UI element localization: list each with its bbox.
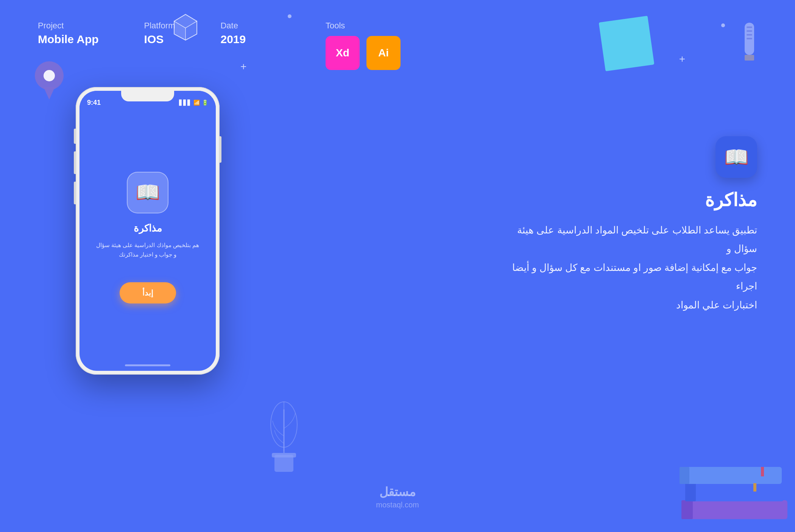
project-value: Mobile App (38, 33, 99, 46)
books-stack-decoration (674, 447, 795, 532)
svg-rect-18 (681, 500, 787, 519)
svg-rect-25 (753, 483, 756, 492)
sticky-note-decoration (599, 16, 655, 72)
header-info: Project Mobile App Platform IOS Date 201… (38, 21, 291, 46)
svg-rect-23 (680, 467, 689, 484)
signal-icon: ▋▋▋ (179, 100, 192, 106)
svg-rect-12 (745, 55, 754, 61)
svg-rect-24 (761, 467, 764, 476)
app-book-icon: 📖 (136, 181, 160, 204)
watermark-logo-text: مستقل (376, 485, 419, 499)
plus-decoration-1: + (240, 61, 246, 73)
adobe-xd-badge: Xd (326, 36, 360, 70)
svg-rect-11 (747, 38, 752, 39)
svg-marker-6 (44, 87, 55, 100)
svg-rect-21 (685, 483, 696, 501)
watermark-section: مستقل mostaql.com (376, 485, 419, 509)
phone-volume-down-button (74, 182, 76, 204)
plus-decoration-2: + (679, 53, 685, 65)
phone-volume-up-button (74, 151, 76, 174)
watermark-url: mostaql.com (376, 501, 419, 509)
3d-shape-decoration (170, 11, 201, 42)
phone-app-description: هم بتلخيص مواذك الدراسية على هيئة سؤال و… (92, 240, 203, 260)
plant-decoration (254, 372, 314, 479)
right-content-section: 📖 مذاكرة تطبيق يساعد الطلاب على تلخيص ال… (492, 136, 757, 314)
tools-icons-group: Xd Ai (326, 36, 401, 70)
svg-rect-22 (680, 467, 782, 484)
big-book-icon-wrapper: 📖 (716, 136, 757, 178)
adobe-ai-badge: Ai (366, 36, 401, 70)
phone-power-button (220, 136, 221, 163)
phone-notch (121, 91, 174, 101)
location-pin-decoration (32, 59, 66, 104)
svg-rect-10 (747, 34, 752, 36)
pencil-decoration (737, 21, 762, 66)
home-indicator (125, 364, 170, 366)
svg-rect-19 (681, 500, 693, 519)
phone-outer-shell: 9:41 ▋▋▋ 📶 🔋 📖 مذاكرة هم بتلخيص مواذك ال… (76, 87, 220, 375)
svg-rect-9 (747, 30, 752, 32)
tools-section: Tools Xd Ai (326, 21, 401, 70)
date-label: Date (220, 21, 246, 31)
phone-content-area: 📖 مذاكرة هم بتلخيص مواذك الدراسية على هي… (80, 110, 216, 364)
right-section-description: تطبيق يساعد الطلاب على تلخيص المواد الدر… (492, 221, 757, 314)
svg-rect-14 (272, 453, 296, 457)
phone-status-icons: ▋▋▋ 📶 🔋 (179, 100, 208, 106)
phone-start-button[interactable]: إبدأ (120, 282, 176, 303)
app-icon-wrapper: 📖 (127, 172, 168, 213)
right-section-title: مذاكرة (492, 189, 757, 210)
svg-rect-20 (685, 483, 784, 501)
dot-decoration-2 (721, 23, 725, 27)
project-block: Project Mobile App (38, 21, 99, 46)
date-block: Date 2019 (220, 21, 246, 46)
date-value: 2019 (220, 33, 246, 46)
svg-rect-8 (747, 26, 752, 28)
project-label: Project (38, 21, 99, 31)
phone-screen: 9:41 ▋▋▋ 📶 🔋 📖 مذاكرة هم بتلخيص مواذك ال… (80, 91, 216, 371)
big-book-icon: 📖 (724, 146, 749, 169)
phone-time: 9:41 (87, 99, 101, 107)
phone-app-title: مذاكرة (134, 222, 162, 234)
phone-mockup: 9:41 ▋▋▋ 📶 🔋 📖 مذاكرة هم بتلخيص مواذك ال… (76, 87, 220, 375)
svg-point-5 (44, 70, 55, 81)
phone-mute-button (74, 129, 76, 144)
wifi-icon: 📶 (193, 100, 200, 106)
battery-icon: 🔋 (202, 100, 208, 106)
tools-label: Tools (326, 21, 401, 31)
dot-decoration-1 (288, 14, 292, 18)
